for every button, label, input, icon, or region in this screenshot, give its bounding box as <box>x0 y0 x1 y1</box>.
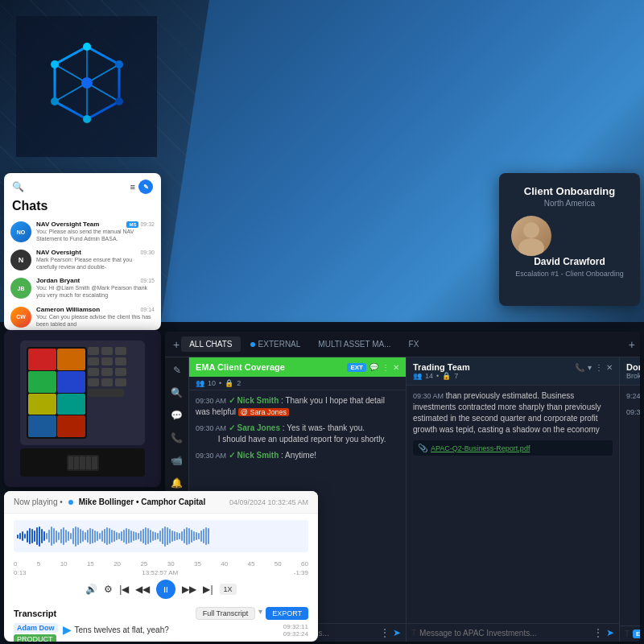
search-toolbar-icon[interactable]: 🔍 <box>169 385 185 401</box>
waveform-bar <box>121 531 122 541</box>
dropdown-icon[interactable]: ▾ <box>258 607 262 620</box>
waveform-bar <box>80 529 81 543</box>
client-onboarding-panel: Client Onboarding North America David Cr… <box>499 173 640 306</box>
waveform-bar <box>65 530 67 543</box>
waveform-bar <box>39 526 40 547</box>
waveform-bar <box>17 535 19 539</box>
send-button[interactable]: ➤ <box>393 627 401 638</box>
search-icon[interactable]: 🔍 <box>12 181 24 192</box>
text-format-icon[interactable]: T <box>625 630 630 638</box>
minus-value: -1:39 <box>294 569 308 576</box>
message: 09:30 AM ✓ Nick Smith : Anytime! <box>196 450 399 461</box>
forward-button[interactable]: ▶▶ <box>182 584 196 595</box>
ema-participants: 👥10•🔒2 <box>189 377 406 390</box>
chat-item[interactable]: JB Jordan Bryant 09:15 You: Hi @Liam Smi… <box>4 274 161 302</box>
more-options-icon[interactable]: ⋮ <box>382 363 390 372</box>
tab-external[interactable]: EXTERNAL <box>242 336 309 352</box>
svg-point-7 <box>83 115 91 123</box>
chat-item[interactable]: N NAV Oversight 09:30 Mark Pearson: Plea… <box>4 246 161 274</box>
waveform-bar <box>41 529 43 543</box>
waveform-bar <box>85 532 86 540</box>
external-dot <box>250 342 255 347</box>
close-trading-icon[interactable]: ✕ <box>606 363 613 372</box>
chat-toolbar-icon[interactable]: 💬 <box>169 407 185 423</box>
client-region: North America <box>511 199 628 208</box>
bell-toolbar-icon[interactable]: 🔔 <box>169 475 185 491</box>
svg-point-12 <box>518 238 544 256</box>
dorothy-chat-column: Dorot... ⋮ ✕ Broker • 9:24 AM <box>620 357 640 642</box>
transcript-header: Now playing • Mike Bollinger • Camphor C… <box>4 491 318 514</box>
rewind-button[interactable]: ◀◀ <box>135 584 150 595</box>
app-logo <box>39 39 135 135</box>
chat-item[interactable]: CW Cameron Williamson 09:14 You: Can you… <box>4 303 161 330</box>
pdf-filename[interactable]: APAC-Q2-Business-Report.pdf <box>431 444 530 452</box>
more-tabs-button[interactable]: + <box>629 338 635 351</box>
next-button[interactable]: ▶| <box>203 584 213 595</box>
full-transcript-button[interactable]: Full Transcript <box>196 607 256 620</box>
waveform-bar <box>116 532 118 540</box>
play-line-button[interactable]: ▶ <box>63 623 72 636</box>
waveform-bar <box>77 527 79 545</box>
svg-point-8 <box>51 97 59 105</box>
chat-name: NAV Oversight Team <box>36 221 99 228</box>
phone-toolbar-icon[interactable]: 📞 <box>169 430 185 446</box>
settings-icon[interactable]: ⚙ <box>104 584 113 595</box>
chat-item[interactable]: NO NAV Oversight Team MS 09:32 You: Plea… <box>4 217 161 246</box>
compose-icon[interactable]: ✎ <box>169 362 185 378</box>
waveform-bar <box>126 528 127 544</box>
waveform-bar <box>198 533 200 539</box>
prev-button[interactable]: |◀ <box>119 584 129 595</box>
transcript-panel: Now playing • Mike Bollinger • Camphor C… <box>4 491 318 642</box>
more-icon[interactable]: ⋮ <box>595 363 603 372</box>
chats-panel: 🔍 ≡ ✎ Chats NO NAV Oversight Team MS 09:… <box>4 173 161 330</box>
product-tag: PRODUCT <box>14 634 56 642</box>
volume-icon[interactable]: 🔊 <box>85 584 97 595</box>
waveform-bar <box>63 527 64 545</box>
tab-multi-asset-label: MULTI ASSET MA... <box>318 340 390 349</box>
waveform-bar <box>51 526 52 546</box>
waveform-bar <box>196 532 197 540</box>
tab-multi-asset[interactable]: MULTI ASSET MA... <box>310 336 398 352</box>
add-tab-button[interactable]: + <box>173 338 180 351</box>
export-button[interactable]: EXPORT <box>266 607 308 620</box>
filter-icon[interactable]: ≡ <box>130 182 135 192</box>
transcript-title-row: Transcript Full Transcript ▾ EXPORT <box>14 607 308 620</box>
chat-content: Cameron Williamson 09:14 You: Can you pl… <box>36 306 155 328</box>
tab-fx[interactable]: FX <box>401 336 427 352</box>
player-date: 04/09/2024 10:32:45 AM <box>229 498 308 506</box>
current-time: 0:13 <box>14 569 27 576</box>
waveform-bar <box>203 529 204 543</box>
waveform-bar <box>181 531 183 541</box>
chat-time: 09:15 <box>140 278 155 283</box>
more-options-msg-icon[interactable]: ⋮ <box>593 627 603 638</box>
main-container: 🔍 ≡ ✎ Chats NO NAV Oversight Team MS 09:… <box>0 0 644 644</box>
waveform-bar <box>147 528 149 544</box>
device-speaker <box>20 448 145 477</box>
speed-control[interactable]: 1X <box>220 584 237 595</box>
message: 09:30 AM <box>626 407 640 418</box>
pause-button[interactable]: ⏸ <box>156 580 175 599</box>
search-area: 🔍 <box>12 181 24 192</box>
waveform-bar <box>169 529 171 543</box>
new-chat-button[interactable]: ✎ <box>138 180 153 194</box>
waveform-bar <box>128 529 130 543</box>
pdf-attachment[interactable]: 📎 APAC-Q2-Business-Report.pdf <box>413 440 613 456</box>
chevron-icon[interactable]: ▾ <box>588 363 592 372</box>
close-col-icon[interactable]: ✕ <box>393 363 399 372</box>
chat-preview: You: Please also send the manual NAV Sta… <box>36 228 155 242</box>
avatar: JB <box>10 278 31 299</box>
svg-point-11 <box>523 222 539 238</box>
text-format-icon[interactable]: T <box>411 629 416 638</box>
send-button[interactable]: ➤ <box>606 627 614 638</box>
more-options-msg-icon[interactable]: ⋮ <box>380 627 390 638</box>
tab-all-chats[interactable]: ALL CHATS <box>181 336 240 352</box>
trading-device-panel <box>4 330 161 487</box>
trading-message-input[interactable] <box>419 629 590 638</box>
waveform-bar <box>87 530 89 543</box>
waveform-bar <box>68 531 69 541</box>
waveform-area <box>4 514 318 559</box>
message: 09:30 AM ✓ Sara Jones : Yes it was- than… <box>196 423 399 445</box>
call-icon[interactable]: 📞 <box>575 363 584 372</box>
waveform-bar <box>157 533 159 539</box>
video-toolbar-icon[interactable]: 📹 <box>169 452 185 469</box>
